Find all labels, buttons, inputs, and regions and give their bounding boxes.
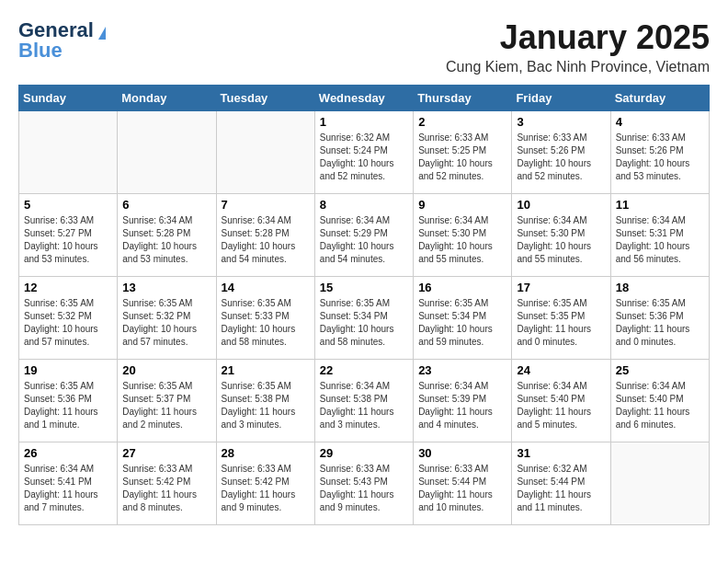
day-number: 15 <box>320 281 408 294</box>
logo-triangle-icon <box>98 27 106 40</box>
day-info: Sunrise: 6:34 AM Sunset: 5:28 PM Dayligh… <box>122 214 210 266</box>
header-friday: Friday <box>512 86 610 111</box>
calendar-cell: 17Sunrise: 6:35 AM Sunset: 5:35 PM Dayli… <box>512 277 610 360</box>
day-number: 22 <box>320 363 408 377</box>
day-info: Sunrise: 6:35 AM Sunset: 5:34 PM Dayligh… <box>418 297 506 349</box>
day-info: Sunrise: 6:33 AM Sunset: 5:25 PM Dayligh… <box>418 132 506 183</box>
calendar-cell <box>216 111 314 194</box>
day-info: Sunrise: 6:33 AM Sunset: 5:26 PM Dayligh… <box>616 132 704 183</box>
day-info: Sunrise: 6:35 AM Sunset: 5:38 PM Dayligh… <box>222 380 310 431</box>
calendar-cell: 29Sunrise: 6:33 AM Sunset: 5:43 PM Dayli… <box>314 442 413 525</box>
calendar-subtitle: Cung Kiem, Bac Ninh Province, Vietnam <box>446 59 710 75</box>
day-info: Sunrise: 6:35 AM Sunset: 5:37 PM Dayligh… <box>122 380 210 431</box>
day-number: 14 <box>222 281 310 294</box>
day-number: 10 <box>517 198 605 212</box>
day-number: 16 <box>418 281 506 294</box>
day-info: Sunrise: 6:32 AM Sunset: 5:24 PM Dayligh… <box>320 132 408 183</box>
day-number: 29 <box>320 446 408 460</box>
day-number: 3 <box>517 115 605 129</box>
day-number: 21 <box>222 363 310 377</box>
title-section: January 2025 Cung Kiem, Bac Ninh Provinc… <box>446 18 710 75</box>
day-info: Sunrise: 6:35 AM Sunset: 5:36 PM Dayligh… <box>616 297 704 349</box>
calendar-cell: 18Sunrise: 6:35 AM Sunset: 5:36 PM Dayli… <box>610 277 709 360</box>
calendar-cell: 23Sunrise: 6:34 AM Sunset: 5:39 PM Dayli… <box>414 360 512 442</box>
calendar-cell: 16Sunrise: 6:35 AM Sunset: 5:34 PM Dayli… <box>414 277 512 360</box>
calendar-cell: 13Sunrise: 6:35 AM Sunset: 5:32 PM Dayli… <box>118 277 216 360</box>
logo-text-general: General <box>18 18 94 41</box>
day-info: Sunrise: 6:34 AM Sunset: 5:40 PM Dayligh… <box>517 380 605 431</box>
calendar-cell: 26Sunrise: 6:34 AM Sunset: 5:41 PM Dayli… <box>19 442 118 525</box>
day-info: Sunrise: 6:33 AM Sunset: 5:42 PM Dayligh… <box>222 463 310 514</box>
day-number: 23 <box>418 363 506 377</box>
day-number: 9 <box>418 198 506 212</box>
day-info: Sunrise: 6:34 AM Sunset: 5:38 PM Dayligh… <box>320 380 408 431</box>
day-number: 24 <box>517 363 605 377</box>
calendar-title: January 2025 <box>446 18 710 57</box>
day-info: Sunrise: 6:34 AM Sunset: 5:30 PM Dayligh… <box>418 214 506 266</box>
day-info: Sunrise: 6:34 AM Sunset: 5:30 PM Dayligh… <box>517 214 605 266</box>
day-number: 1 <box>320 115 408 129</box>
calendar-table: SundayMondayTuesdayWednesdayThursdayFrid… <box>18 85 710 525</box>
day-number: 20 <box>122 363 210 377</box>
day-number: 27 <box>122 446 210 460</box>
day-info: Sunrise: 6:34 AM Sunset: 5:29 PM Dayligh… <box>320 214 408 266</box>
day-info: Sunrise: 6:34 AM Sunset: 5:39 PM Dayligh… <box>418 380 506 431</box>
day-number: 4 <box>616 115 704 129</box>
day-number: 26 <box>24 446 112 460</box>
day-number: 25 <box>616 363 704 377</box>
header-tuesday: Tuesday <box>216 86 314 111</box>
week-row-3: 12Sunrise: 6:35 AM Sunset: 5:32 PM Dayli… <box>19 277 710 360</box>
header-monday: Monday <box>118 86 216 111</box>
calendar-header-row: SundayMondayTuesdayWednesdayThursdayFrid… <box>19 86 710 111</box>
day-number: 28 <box>222 446 310 460</box>
day-info: Sunrise: 6:35 AM Sunset: 5:35 PM Dayligh… <box>517 297 605 349</box>
calendar-cell: 30Sunrise: 6:33 AM Sunset: 5:44 PM Dayli… <box>414 442 512 525</box>
day-info: Sunrise: 6:33 AM Sunset: 5:26 PM Dayligh… <box>517 132 605 183</box>
day-info: Sunrise: 6:35 AM Sunset: 5:32 PM Dayligh… <box>122 297 210 349</box>
week-row-4: 19Sunrise: 6:35 AM Sunset: 5:36 PM Dayli… <box>19 360 710 442</box>
calendar-cell: 8Sunrise: 6:34 AM Sunset: 5:29 PM Daylig… <box>314 194 413 277</box>
calendar-cell <box>610 442 709 525</box>
calendar-cell: 15Sunrise: 6:35 AM Sunset: 5:34 PM Dayli… <box>314 277 413 360</box>
calendar-cell <box>118 111 216 194</box>
calendar-cell <box>19 111 118 194</box>
day-number: 6 <box>122 198 210 212</box>
week-row-5: 26Sunrise: 6:34 AM Sunset: 5:41 PM Dayli… <box>19 442 710 525</box>
day-number: 2 <box>418 115 506 129</box>
day-info: Sunrise: 6:33 AM Sunset: 5:43 PM Dayligh… <box>320 463 408 514</box>
calendar-cell: 19Sunrise: 6:35 AM Sunset: 5:36 PM Dayli… <box>19 360 118 442</box>
calendar-cell: 11Sunrise: 6:34 AM Sunset: 5:31 PM Dayli… <box>610 194 709 277</box>
calendar-cell: 7Sunrise: 6:34 AM Sunset: 5:28 PM Daylig… <box>216 194 314 277</box>
day-info: Sunrise: 6:35 AM Sunset: 5:33 PM Dayligh… <box>222 297 310 349</box>
calendar-cell: 3Sunrise: 6:33 AM Sunset: 5:26 PM Daylig… <box>512 111 610 194</box>
day-number: 31 <box>517 446 605 460</box>
calendar-cell: 27Sunrise: 6:33 AM Sunset: 5:42 PM Dayli… <box>118 442 216 525</box>
calendar-cell: 10Sunrise: 6:34 AM Sunset: 5:30 PM Dayli… <box>512 194 610 277</box>
calendar-cell: 14Sunrise: 6:35 AM Sunset: 5:33 PM Dayli… <box>216 277 314 360</box>
calendar-cell: 9Sunrise: 6:34 AM Sunset: 5:30 PM Daylig… <box>414 194 512 277</box>
header-sunday: Sunday <box>19 86 118 111</box>
calendar-cell: 1Sunrise: 6:32 AM Sunset: 5:24 PM Daylig… <box>314 111 413 194</box>
header-wednesday: Wednesday <box>314 86 413 111</box>
day-info: Sunrise: 6:33 AM Sunset: 5:44 PM Dayligh… <box>418 463 506 514</box>
calendar-cell: 6Sunrise: 6:34 AM Sunset: 5:28 PM Daylig… <box>118 194 216 277</box>
day-number: 8 <box>320 198 408 212</box>
day-info: Sunrise: 6:33 AM Sunset: 5:42 PM Dayligh… <box>122 463 210 514</box>
day-number: 17 <box>517 281 605 294</box>
day-info: Sunrise: 6:34 AM Sunset: 5:41 PM Dayligh… <box>24 463 112 514</box>
day-number: 30 <box>418 446 506 460</box>
calendar-cell: 20Sunrise: 6:35 AM Sunset: 5:37 PM Dayli… <box>118 360 216 442</box>
day-number: 18 <box>616 281 704 294</box>
calendar-cell: 31Sunrise: 6:32 AM Sunset: 5:44 PM Dayli… <box>512 442 610 525</box>
day-info: Sunrise: 6:35 AM Sunset: 5:32 PM Dayligh… <box>24 297 112 349</box>
calendar-cell: 25Sunrise: 6:34 AM Sunset: 5:40 PM Dayli… <box>610 360 709 442</box>
calendar-cell: 21Sunrise: 6:35 AM Sunset: 5:38 PM Dayli… <box>216 360 314 442</box>
day-info: Sunrise: 6:34 AM Sunset: 5:31 PM Dayligh… <box>616 214 704 266</box>
logo: General Blue <box>18 18 106 63</box>
day-info: Sunrise: 6:34 AM Sunset: 5:28 PM Dayligh… <box>222 214 310 266</box>
calendar-cell: 2Sunrise: 6:33 AM Sunset: 5:25 PM Daylig… <box>414 111 512 194</box>
header-saturday: Saturday <box>610 86 709 111</box>
day-number: 12 <box>24 281 112 294</box>
day-number: 7 <box>222 198 310 212</box>
day-info: Sunrise: 6:34 AM Sunset: 5:40 PM Dayligh… <box>616 380 704 431</box>
